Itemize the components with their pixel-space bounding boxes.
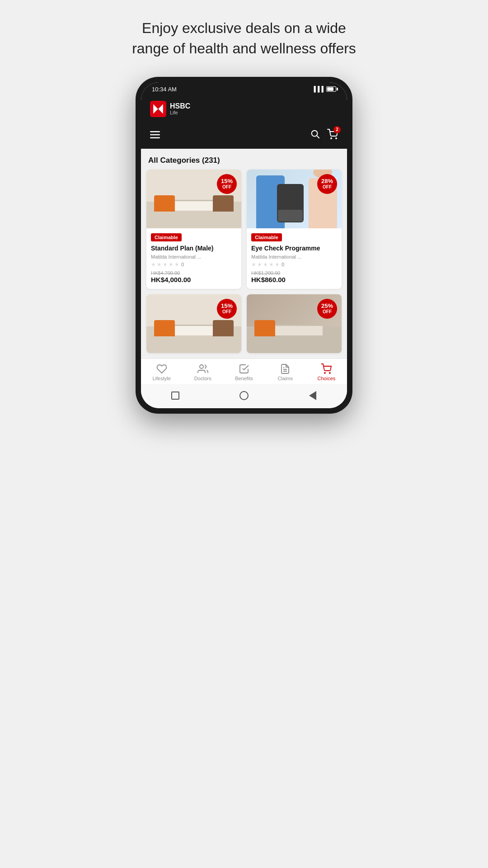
stars-row-2: ★ ★ ★ ★ ★ 0	[251, 261, 337, 268]
products-grid: 15% OFF Claimable Standard Plan (Male) M…	[141, 170, 347, 359]
back-button[interactable]	[169, 389, 182, 402]
content-area: All Categories (231) 15%	[141, 149, 347, 359]
svg-point-17	[329, 373, 330, 373]
cart-button[interactable]: 2	[327, 129, 338, 142]
doctors-icon	[197, 363, 208, 374]
lifestyle-icon	[156, 363, 167, 374]
provider-name-1: Matilda International ...	[151, 254, 237, 259]
nav-item-choices[interactable]: Choices	[306, 363, 347, 381]
app-header: HSBC Life	[141, 96, 347, 124]
svg-line-10	[317, 136, 319, 138]
time: 10:34 AM	[152, 86, 177, 93]
claimable-badge-2: Claimable	[251, 233, 282, 241]
doctors-label: Doctors	[194, 376, 211, 381]
claimable-badge-1: Claimable	[151, 233, 182, 241]
home-button[interactable]	[238, 389, 250, 402]
search-button[interactable]	[310, 129, 320, 141]
product-name-1: Standard Plan (Male)	[151, 244, 237, 252]
product-info-1: Claimable Standard Plan (Male) Matilda I…	[146, 228, 241, 289]
svg-point-11	[331, 138, 332, 139]
svg-rect-6	[150, 131, 160, 132]
home-icon	[239, 391, 249, 400]
product-card-3[interactable]: 15% OFF	[146, 294, 241, 353]
price-original-1: HK$4,700.00	[151, 270, 237, 276]
signal-icon: ▐▐▐	[312, 86, 324, 92]
product-card-4[interactable]: 25% OFF	[247, 294, 342, 353]
back-nav-button[interactable]	[306, 389, 319, 402]
choices-label: Choices	[318, 376, 336, 381]
product-image-4: 25% OFF	[247, 294, 342, 353]
price-original-2: HK$1,200.00	[251, 270, 337, 276]
nav-item-claims[interactable]: Claims	[265, 363, 306, 381]
battery-icon	[326, 86, 336, 92]
system-bar	[141, 384, 347, 408]
product-image-2: 28% OFF	[247, 170, 342, 228]
product-info-2: Claimable Eye Check Programme Matilda In…	[247, 228, 342, 289]
phone-frame: 10:34 AM ▐▐▐	[136, 77, 352, 414]
status-bar: 10:34 AM ▐▐▐	[141, 82, 347, 96]
product-card-2[interactable]: 28% OFF Claimable Eye Check Programme Ma…	[247, 170, 342, 289]
choices-icon	[321, 363, 332, 374]
tagline: Enjoy exclusive deals on a wide range of…	[131, 18, 357, 59]
svg-point-16	[324, 373, 325, 373]
product-card-1[interactable]: 15% OFF Claimable Standard Plan (Male) M…	[146, 170, 241, 289]
nav-right-actions: 2	[310, 129, 338, 142]
nav-item-doctors[interactable]: Doctors	[182, 363, 223, 381]
provider-name-2: Matilda International ...	[251, 254, 337, 259]
status-icons: ▐▐▐	[312, 86, 336, 92]
bottom-nav: Lifestyle Doctors Benefits	[141, 359, 347, 384]
benefits-label: Benefits	[235, 376, 253, 381]
lifestyle-label: Lifestyle	[152, 376, 170, 381]
claims-icon	[280, 363, 291, 374]
cart-badge: 2	[333, 126, 341, 133]
nav-bar: 2	[141, 124, 347, 149]
hsbc-brand-text: HSBC Life	[170, 103, 190, 115]
hsbc-logo: HSBC Life	[150, 101, 190, 117]
svg-rect-8	[150, 137, 160, 138]
price-current-1: HK$4,000.00	[151, 276, 237, 283]
svg-point-12	[336, 138, 337, 139]
discount-badge-3: 15% OFF	[217, 299, 237, 319]
hamburger-menu[interactable]	[150, 129, 160, 141]
discount-badge-4: 25% OFF	[317, 299, 337, 319]
product-name-2: Eye Check Programme	[251, 244, 337, 252]
phone-screen: 10:34 AM ▐▐▐	[141, 82, 347, 408]
nav-item-benefits[interactable]: Benefits	[223, 363, 264, 381]
recent-apps-icon	[171, 392, 179, 400]
back-icon	[309, 391, 316, 400]
product-image-3: 15% OFF	[146, 294, 241, 353]
product-image-1: 15% OFF	[146, 170, 241, 228]
category-header: All Categories (231)	[141, 149, 347, 170]
discount-badge-1: 15% OFF	[217, 174, 237, 194]
benefits-icon	[239, 363, 249, 374]
svg-rect-7	[150, 134, 160, 135]
hsbc-logo-icon	[150, 101, 166, 117]
stars-row-1: ★ ★ ★ ★ ★ 0	[151, 261, 237, 268]
claims-label: Claims	[277, 376, 293, 381]
svg-point-13	[200, 365, 203, 368]
nav-item-lifestyle[interactable]: Lifestyle	[141, 363, 182, 381]
discount-badge-2: 28% OFF	[317, 174, 337, 194]
price-current-2: HK$860.00	[251, 276, 337, 283]
